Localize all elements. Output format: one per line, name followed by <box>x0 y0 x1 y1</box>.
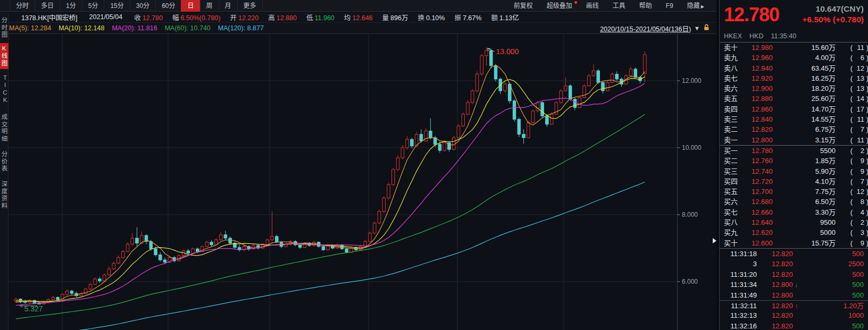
orderbook-row-卖十[interactable]: 卖十12.98015.60万(11 ) <box>720 43 868 53</box>
notification-dot-icon <box>574 1 577 4</box>
stat-量: 量896万 <box>382 12 408 22</box>
exchange-info-row: HKEX HKD 11:35:40 <box>720 30 868 43</box>
orderbook-row-卖四[interactable]: 卖四12.86014.70万(17 ) <box>720 104 868 114</box>
period-tab-15分[interactable]: 15分 <box>104 0 129 12</box>
stat-收: 收12.780 <box>134 12 163 22</box>
up-arrow-icon: ↑ <box>795 302 798 310</box>
svg-text:8.000: 8.000 <box>682 211 698 218</box>
orderbook-row-卖三[interactable]: 卖三12.84014.55万(11 ) <box>720 114 868 124</box>
ma-value-MA(5): MA(5): 12.284 <box>9 24 51 32</box>
orderbook-row-买一[interactable]: 买一12.7805500(2 ) <box>720 146 868 156</box>
toolbar-item-工具[interactable]: 工具 <box>606 0 632 12</box>
ma-value-MA(10): MA(10): 12.148 <box>59 24 104 32</box>
orderbook-row-买五[interactable]: 买五12.7007.75万(12 ) <box>720 187 868 197</box>
price-change: +6.50% (+0.780) <box>803 15 864 24</box>
period-menu-bar: 分时多日1分5分15分30分60分日周月更多 前复权超级叠加画线工具帮助F9隐藏… <box>0 0 716 12</box>
ticker-row[interactable]: 11:31:4912.800500 <box>720 290 868 300</box>
down-arrow-icon: ↓ <box>795 281 798 289</box>
stat-均: 均12.646 <box>344 12 373 22</box>
ticker-row[interactable]: 11:32:1312.8201000 <box>720 310 868 320</box>
quote-panel: 12.780 10.647(CNY) +6.50% (+0.780) HKEX … <box>716 0 868 330</box>
unlock-icon[interactable] <box>703 24 710 32</box>
ma-value-MA(120): MA(120): 8.877 <box>218 24 264 32</box>
ticker-row[interactable]: 11:31:1812.820500 <box>720 249 868 259</box>
period-tab-5分[interactable]: 5分 <box>82 0 104 12</box>
date-range-text[interactable]: 2020/10/15-2021/05/04(136日) <box>600 23 691 33</box>
ma-value-MA(20): MA(20): 11.816 <box>112 24 157 32</box>
toolbar-item-画线[interactable]: 画线 <box>579 0 606 12</box>
stat-振: 振7.67% <box>454 12 481 22</box>
price-header: 12.780 10.647(CNY) +6.50% (+0.780) <box>720 0 868 30</box>
view-sidebar: 分时图K线图TICK成交明细分价表深度资料 <box>0 14 9 330</box>
stat-高: 高12.880 <box>268 12 297 22</box>
trade-ticker: 11:31:1812.820500312.820250011:31:2012.8… <box>720 248 868 330</box>
period-tab-更多[interactable]: 更多 <box>237 0 263 12</box>
stat-开: 开12.220 <box>230 12 258 22</box>
orderbook-row-买十[interactable]: 买十12.60015.75万(9 ) <box>720 238 868 248</box>
ticker-row[interactable]: 11:32:1112.820 ↑1.20万 <box>720 300 868 310</box>
ticker-row[interactable]: 312.8202500 <box>720 259 868 269</box>
period-tab-1分[interactable]: 1分 <box>60 0 82 12</box>
symbol-name: 1378.HK[中国宏桥] <box>21 12 78 22</box>
stat-换: 换0.10% <box>418 12 445 22</box>
ma-indicator-bar: MA(5): 12.284MA(10): 12.148MA(20): 11.81… <box>0 23 716 34</box>
orderbook-row-买二[interactable]: 买二12.7601.85万(9 ) <box>720 156 868 166</box>
orderbook-row-买六[interactable]: 买六12.6806.50万(8 ) <box>720 197 868 207</box>
ma-values: MA(5): 12.284MA(10): 12.148MA(20): 11.81… <box>9 24 271 32</box>
quote-fields: 收12.780幅6.50%(0.780)开12.220高12.880低11.96… <box>134 12 529 22</box>
orderbook-row-买九[interactable]: 买九12.6205000(3 ) <box>720 227 868 238</box>
period-tab-月[interactable]: 月 <box>219 0 237 12</box>
stat-幅: 幅6.50%(0.780) <box>172 12 221 22</box>
orderbook-row-买七[interactable]: 买七12.6603.30万(4 ) <box>720 207 868 217</box>
orderbook-row-买三[interactable]: 买三12.7405.90万(9 ) <box>720 166 868 176</box>
toolbar-item-前复权[interactable]: 前复权 <box>507 0 540 12</box>
period-tab-周[interactable]: 周 <box>200 0 219 12</box>
period-tab-30分[interactable]: 30分 <box>130 0 155 12</box>
sidebar-item-K线图[interactable]: K线图 <box>0 43 9 69</box>
exchange-label: HKEX <box>724 32 742 40</box>
toolbar-item-超级叠加[interactable]: 超级叠加 <box>540 0 579 12</box>
chevron-right-icon: ▶ <box>701 4 704 9</box>
period-tab-多日[interactable]: 多日 <box>35 0 60 12</box>
toolbar-menu: 前复权超级叠加画线工具帮助F9隐藏▶ <box>507 0 716 12</box>
period-tab-分时[interactable]: 分时 <box>10 0 35 12</box>
sidebar-item-分价表[interactable]: 分价表 <box>0 151 9 173</box>
quote-date: 2021/05/04 <box>89 13 123 21</box>
quote-stats-bar: 1378.HK[中国宏桥] 2021/05/04 收12.780幅6.50%(0… <box>0 12 716 23</box>
orderbook-row-卖七[interactable]: 卖七12.92016.25万(13 ) <box>720 73 868 83</box>
svg-text:6.000: 6.000 <box>682 278 698 285</box>
orderbook-row-卖八[interactable]: 卖八12.94063.45万(12 ) <box>720 63 868 73</box>
ma-value-MA(60): MA(60): 10.740 <box>165 24 211 32</box>
date-range-selector[interactable]: 2020/10/15-2021/05/04(136日) ▼ <box>600 23 716 33</box>
ticker-row[interactable]: 11:31:3412.800 ↓500 <box>720 280 868 290</box>
toolbar-item-帮助[interactable]: 帮助 <box>632 0 659 12</box>
orderbook-row-卖五[interactable]: 卖五12.88025.60万(14 ) <box>720 94 868 104</box>
orderbook-row-卖九[interactable]: 卖九12.9604.00万(6 ) <box>720 53 868 63</box>
candlestick-chart[interactable]: 12.00010.0008.0006.00013.0005.327 <box>9 34 716 330</box>
period-tab-日[interactable]: 日 <box>181 0 199 12</box>
orderbook-row-卖六[interactable]: 卖六12.90018.20万(13 ) <box>720 83 868 94</box>
cny-converted-price: 10.647(CNY) <box>803 4 864 14</box>
stat-低: 低11.960 <box>306 12 335 22</box>
svg-text:10.000: 10.000 <box>682 144 702 151</box>
orderbook-row-买四[interactable]: 买四12.7204.10万(7 ) <box>720 176 868 187</box>
ticker-row[interactable]: 11:32:1612.820500 <box>720 321 868 330</box>
panel-collapse-icon[interactable] <box>713 238 716 243</box>
currency-label: HKD <box>749 32 763 40</box>
stat-额: 额1.13亿 <box>491 12 519 22</box>
sidebar-item-分时图[interactable]: 分时图 <box>0 17 9 39</box>
svg-text:12.000: 12.000 <box>682 77 702 84</box>
orderbook-row-卖二[interactable]: 卖二12.8206.75万(7 ) <box>720 124 868 134</box>
order-book: 卖十12.98015.60万(11 )卖九12.9604.00万(6 )卖八12… <box>720 43 868 248</box>
chevron-down-icon[interactable]: ▼ <box>694 25 700 31</box>
orderbook-row-卖一[interactable]: 卖一12.8003.15万(11 ) <box>720 135 868 145</box>
ticker-row[interactable]: 11:31:2012.820500 <box>720 269 868 280</box>
period-tab-60分[interactable]: 60分 <box>155 0 181 12</box>
sidebar-item-深度资料[interactable]: 深度资料 <box>0 181 9 209</box>
toolbar-item-隐藏[interactable]: 隐藏▶ <box>680 0 711 12</box>
last-price: 12.780 <box>724 2 779 30</box>
sidebar-item-成交明细[interactable]: 成交明细 <box>0 114 9 142</box>
toolbar-item-F9[interactable]: F9 <box>659 0 680 12</box>
sidebar-item-TICK[interactable]: TICK <box>0 74 9 104</box>
orderbook-row-买八[interactable]: 买八12.6409500(2 ) <box>720 217 868 227</box>
